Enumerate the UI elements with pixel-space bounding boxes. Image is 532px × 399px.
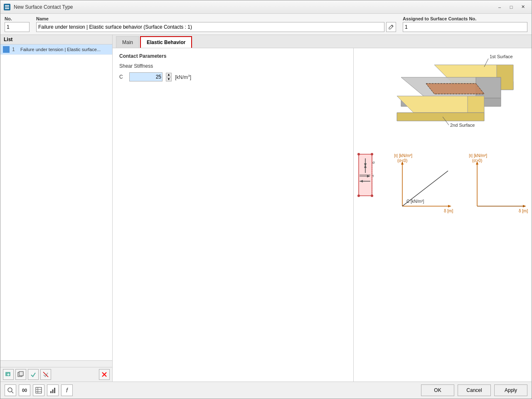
svg-text:1st Surface: 1st Surface bbox=[490, 54, 513, 59]
no-value: 1 bbox=[5, 22, 30, 32]
left-panel: List 1 Failure under tension | Elastic s… bbox=[0, 35, 113, 382]
svg-point-63 bbox=[8, 388, 12, 392]
c-spin-down[interactable]: ▼ bbox=[166, 77, 172, 81]
svg-rect-69 bbox=[50, 391, 52, 393]
tool-formula-button[interactable]: f bbox=[61, 384, 73, 396]
tab-elastic-behavior[interactable]: Elastic Behavior bbox=[140, 36, 192, 48]
ok-button[interactable]: OK bbox=[421, 384, 454, 396]
tab-content: Contact Parameters Shear Stiffness C ▲ ▼… bbox=[113, 48, 532, 382]
check2-button[interactable] bbox=[40, 369, 51, 380]
svg-text:δ [m]: δ [m] bbox=[444, 209, 453, 213]
svg-marker-51 bbox=[448, 205, 451, 207]
tab-main[interactable]: Main bbox=[116, 36, 139, 48]
shear-stiffness-title: Shear Stiffness bbox=[119, 63, 347, 69]
left-toolbar bbox=[0, 367, 112, 382]
svg-marker-17 bbox=[476, 77, 501, 98]
tool-search-button[interactable] bbox=[5, 384, 16, 396]
main-window: New Surface Contact Type – □ ✕ No. 1 Nam… bbox=[0, 0, 532, 399]
c-unit: [kN/m3] bbox=[175, 74, 191, 80]
svg-text:δ [m]: δ [m] bbox=[519, 209, 528, 213]
visual-panel: 1st Surface bbox=[354, 48, 532, 382]
c-label: C bbox=[119, 74, 126, 80]
section-title: Contact Parameters bbox=[119, 53, 347, 59]
svg-rect-3 bbox=[5, 372, 10, 376]
cancel-button[interactable]: Cancel bbox=[458, 384, 491, 396]
edit-icon bbox=[388, 24, 394, 30]
c-spin-up[interactable]: ▲ bbox=[166, 73, 172, 77]
svg-text:C [kN/m³]: C [kN/m³] bbox=[406, 199, 424, 204]
list-header: List bbox=[0, 35, 112, 44]
table-icon bbox=[35, 387, 42, 394]
c-spinner: ▲ ▼ bbox=[166, 73, 172, 81]
svg-text:σ: σ bbox=[372, 160, 375, 165]
delete-icon bbox=[101, 371, 108, 378]
list-item[interactable]: 1 Failure under tension | Elastic surfac… bbox=[0, 44, 112, 55]
add-item-button[interactable] bbox=[3, 369, 14, 380]
chart-icon bbox=[49, 387, 56, 394]
svg-text:τ: τ bbox=[372, 174, 374, 178]
svg-rect-65 bbox=[36, 387, 42, 393]
svg-text:|τ| [kN/m²]: |τ| [kN/m²] bbox=[394, 153, 412, 158]
svg-text:2nd Surface: 2nd Surface bbox=[450, 123, 475, 128]
horizontal-scrollbar[interactable] bbox=[0, 360, 112, 367]
check-icon bbox=[30, 371, 37, 378]
stress-diagram-icon: σ τ bbox=[355, 152, 382, 206]
svg-rect-70 bbox=[52, 389, 54, 393]
add-icon bbox=[5, 371, 12, 378]
svg-point-43 bbox=[371, 153, 373, 155]
assigned-value: 1 bbox=[403, 22, 527, 32]
bottom-right-buttons: OK Cancel Apply bbox=[421, 384, 527, 396]
list-item-text: Failure under tension | Elastic surface.… bbox=[20, 47, 101, 52]
name-label: Name bbox=[36, 16, 396, 21]
svg-point-45 bbox=[371, 195, 373, 197]
app-icon bbox=[4, 4, 10, 10]
search-icon bbox=[7, 387, 14, 394]
check2-icon bbox=[42, 371, 49, 378]
list-item-num: 1 bbox=[12, 47, 18, 52]
item-list: 1 Failure under tension | Elastic surfac… bbox=[0, 44, 112, 360]
chart-sigma-positive: |τ| [kN/m²] (σ>0) δ [m bbox=[465, 152, 531, 219]
svg-rect-7 bbox=[19, 372, 23, 376]
svg-rect-71 bbox=[54, 388, 55, 393]
chart-sigma-negative: |τ| [kN/m²] (σ<0) C [kN/m³] bbox=[390, 152, 456, 219]
svg-line-64 bbox=[12, 392, 13, 393]
svg-point-44 bbox=[357, 195, 360, 197]
tool-chart-button[interactable] bbox=[47, 384, 59, 396]
c-input[interactable] bbox=[129, 72, 163, 81]
maximize-button[interactable]: □ bbox=[506, 2, 517, 12]
name-value: Failure under tension | Elastic surface … bbox=[36, 22, 384, 32]
svg-text:|τ| [kN/m²]: |τ| [kN/m²] bbox=[469, 153, 487, 158]
tool-table-button[interactable] bbox=[33, 384, 44, 396]
copy-icon bbox=[17, 371, 24, 378]
apply-button[interactable]: Apply bbox=[494, 384, 527, 396]
svg-marker-19 bbox=[426, 84, 484, 94]
list-item-icon bbox=[3, 46, 10, 53]
bottom-toolbar: 00 f OK bbox=[0, 382, 532, 399]
tabs-bar: Main Elastic Behavior bbox=[113, 35, 532, 48]
tool-number-button[interactable]: 00 bbox=[19, 384, 30, 396]
header-area: No. 1 Name Failure under tension | Elast… bbox=[0, 14, 532, 35]
no-label: No. bbox=[5, 16, 30, 21]
bottom-left-tools: 00 f bbox=[5, 384, 73, 396]
number-icon: 00 bbox=[22, 388, 27, 393]
formula-icon: f bbox=[66, 387, 68, 394]
svg-marker-22 bbox=[468, 96, 484, 113]
assigned-label: Assigned to Surface Contacts No. bbox=[403, 16, 527, 21]
edit-name-button[interactable] bbox=[386, 22, 396, 32]
surface-diagram: 1st Surface bbox=[368, 52, 517, 144]
window-title: New Surface Contact Type bbox=[14, 4, 73, 10]
c-param-row: C ▲ ▼ [kN/m3] bbox=[119, 72, 347, 81]
check-button[interactable] bbox=[28, 369, 39, 380]
right-panel: Main Elastic Behavior Contact Parameters… bbox=[113, 35, 532, 382]
minimize-button[interactable]: – bbox=[494, 2, 505, 12]
copy-item-button[interactable] bbox=[15, 369, 26, 380]
title-bar: New Surface Contact Type – □ ✕ bbox=[0, 0, 532, 14]
delete-item-button[interactable] bbox=[99, 369, 110, 380]
close-button[interactable]: ✕ bbox=[517, 2, 528, 12]
svg-point-42 bbox=[357, 153, 360, 155]
svg-marker-23 bbox=[397, 113, 484, 121]
params-panel: Contact Parameters Shear Stiffness C ▲ ▼… bbox=[113, 48, 354, 382]
